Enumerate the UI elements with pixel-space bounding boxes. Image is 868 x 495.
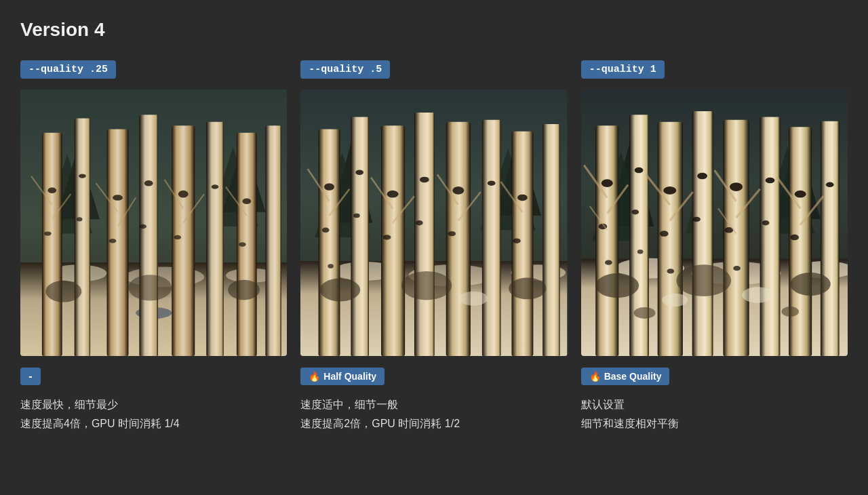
forest-image-05 xyxy=(300,90,567,356)
svg-point-29 xyxy=(239,242,246,246)
label-badge-1: 🔥 Base Quality xyxy=(581,368,670,385)
quality-column-05: --quality .5 xyxy=(300,58,567,432)
svg-point-80 xyxy=(401,271,452,300)
svg-point-107 xyxy=(697,173,707,180)
svg-rect-68 xyxy=(512,132,534,357)
svg-point-55 xyxy=(356,170,364,175)
svg-point-26 xyxy=(212,184,219,189)
svg-rect-13 xyxy=(75,119,90,357)
svg-rect-106 xyxy=(692,111,713,356)
svg-point-70 xyxy=(513,239,521,243)
desc-line-2-025: 速度提高4倍，GPU 时间消耗 1/4 xyxy=(20,416,287,432)
quality-badge-row-025: --quality .25 xyxy=(20,58,287,80)
svg-rect-19 xyxy=(139,115,158,356)
svg-point-133 xyxy=(790,273,831,296)
svg-point-38 xyxy=(45,281,81,302)
svg-point-135 xyxy=(662,294,688,306)
svg-point-58 xyxy=(387,191,399,198)
forest-image-025 xyxy=(20,90,287,356)
svg-point-56 xyxy=(353,214,360,218)
svg-point-101 xyxy=(637,250,644,254)
svg-point-62 xyxy=(416,220,423,225)
svg-point-136 xyxy=(633,307,655,319)
svg-point-40 xyxy=(228,280,260,300)
svg-point-65 xyxy=(448,231,456,236)
desc-line-2-05: 速度提高2倍，GPU 时间消耗 1/2 xyxy=(300,416,567,432)
svg-rect-94 xyxy=(595,125,618,356)
svg-point-69 xyxy=(517,195,528,201)
svg-point-20 xyxy=(144,180,153,186)
label-dash-025: - xyxy=(20,368,41,385)
quality-badge-025: --quality .25 xyxy=(20,60,116,79)
svg-rect-102 xyxy=(657,122,682,357)
svg-point-59 xyxy=(383,235,391,239)
svg-point-21 xyxy=(139,224,146,229)
flame-icon-1: 🔥 xyxy=(589,371,601,382)
svg-point-39 xyxy=(128,275,172,300)
svg-point-12 xyxy=(44,231,52,235)
svg-point-114 xyxy=(765,178,774,184)
svg-rect-119 xyxy=(821,121,840,357)
desc-line-2-1: 细节和速度相对平衡 xyxy=(581,416,848,432)
page-title: Version 4 xyxy=(20,19,848,41)
svg-point-23 xyxy=(178,191,189,198)
svg-rect-30 xyxy=(265,125,281,356)
svg-point-105 xyxy=(667,269,674,273)
label-badge-row-025: - xyxy=(20,365,287,387)
label-badge-row-05: 🔥 Half Quality xyxy=(300,365,567,387)
svg-point-95 xyxy=(601,179,612,187)
svg-point-134 xyxy=(742,287,774,302)
desc-line-1-025: 速度最快，细节最少 xyxy=(20,397,287,413)
svg-point-82 xyxy=(459,292,488,306)
svg-rect-50 xyxy=(319,129,340,356)
label-text-05: Half Quality xyxy=(323,371,376,382)
svg-point-97 xyxy=(605,260,612,264)
svg-point-137 xyxy=(781,306,799,317)
label-badge-row-1: 🔥 Base Quality xyxy=(581,365,848,387)
svg-point-64 xyxy=(453,186,465,195)
svg-point-81 xyxy=(509,277,547,299)
svg-rect-116 xyxy=(789,127,812,356)
svg-point-104 xyxy=(660,231,669,237)
svg-point-79 xyxy=(320,279,361,302)
quality-column-025: --quality .25 xyxy=(20,58,287,432)
svg-point-51 xyxy=(324,183,334,191)
quality-badge-row-1: --quality 1 xyxy=(581,58,848,80)
svg-rect-10 xyxy=(42,133,62,357)
svg-rect-66 xyxy=(482,120,501,357)
svg-point-28 xyxy=(242,199,251,205)
svg-point-117 xyxy=(794,191,806,198)
svg-rect-22 xyxy=(172,125,195,356)
svg-rect-71 xyxy=(543,124,561,356)
svg-rect-63 xyxy=(446,122,471,356)
svg-point-11 xyxy=(47,188,56,194)
label-badge-05: 🔥 Half Quality xyxy=(300,368,384,385)
svg-rect-60 xyxy=(414,113,435,356)
svg-point-115 xyxy=(762,220,769,225)
svg-point-15 xyxy=(77,217,83,221)
svg-point-14 xyxy=(79,174,86,178)
svg-point-131 xyxy=(595,273,639,298)
svg-rect-25 xyxy=(206,122,224,356)
svg-point-52 xyxy=(322,228,330,233)
svg-point-100 xyxy=(631,210,639,214)
svg-point-118 xyxy=(790,235,799,241)
desc-block-1: 默认设置 细节和速度相对平衡 xyxy=(581,397,848,432)
quality-badge-row-05: --quality .5 xyxy=(300,58,567,80)
svg-rect-113 xyxy=(760,117,780,356)
svg-point-61 xyxy=(420,177,429,183)
svg-point-53 xyxy=(328,264,334,268)
svg-point-67 xyxy=(488,180,496,185)
quality-column-1: --quality 1 xyxy=(581,58,848,432)
forest-image-1 xyxy=(581,90,848,356)
svg-point-110 xyxy=(730,182,743,191)
svg-rect-54 xyxy=(351,117,370,356)
quality-badge-1: --quality 1 xyxy=(581,60,665,79)
svg-point-108 xyxy=(692,217,701,222)
svg-point-103 xyxy=(663,186,676,195)
svg-point-120 xyxy=(826,182,834,187)
svg-point-18 xyxy=(109,239,117,243)
svg-point-112 xyxy=(733,266,741,271)
svg-rect-98 xyxy=(629,115,649,356)
desc-line-1-1: 默认设置 xyxy=(581,397,848,413)
